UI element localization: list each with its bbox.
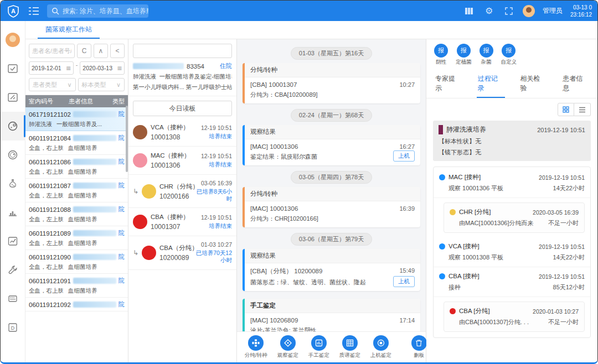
timeline-card-subculture[interactable]: 分纯/转种 [MAC] 1000130616:39 分纯为：CHR[102001… bbox=[243, 187, 420, 227]
collapse-up-button[interactable]: ∧ bbox=[94, 44, 108, 58]
tab-strip: 菌落观察工作站 bbox=[25, 21, 597, 39]
tab-related-tests[interactable]: 相关检验 bbox=[519, 71, 548, 98]
patient-row[interactable]: 060119121092院 bbox=[25, 298, 128, 311]
timeline-card-subculture[interactable]: 分纯/转种 [CBA] 1000130710:27 分纯为：CBA[102000… bbox=[243, 63, 420, 103]
observe-id-button[interactable]: 观察鉴定 bbox=[277, 335, 298, 359]
patient-code: 060119121088 bbox=[29, 206, 71, 213]
global-search-input[interactable] bbox=[47, 4, 148, 18]
patient-type-select[interactable]: 患者类型∨ bbox=[29, 78, 76, 91]
grid-view-button[interactable] bbox=[558, 103, 574, 116]
list-view-button[interactable] bbox=[574, 103, 591, 116]
collapse-menu-icon[interactable] bbox=[28, 7, 39, 15]
rail-reports[interactable] bbox=[1, 227, 25, 256]
redacted-name bbox=[133, 63, 184, 69]
patient-row[interactable]: 060119121089院 全血，左上肢血细菌培养 bbox=[25, 226, 128, 250]
record-item[interactable]: CBA [接种]2019-12-19 10:51 接种85天12小时 bbox=[434, 267, 590, 297]
record-item[interactable]: MAC [接种]2019-12-19 10:51 观察 10001306 平板1… bbox=[434, 168, 590, 198]
bar-chart-icon bbox=[7, 207, 18, 218]
plate-status: 培养结束 bbox=[201, 222, 232, 230]
specimen-label: 全血，左上肢 bbox=[29, 192, 64, 200]
record-item-nested[interactable]: CHR [分纯]2020-03-05 16:39 由MAC[10001306]分… bbox=[444, 202, 585, 233]
tab-colony-workstation[interactable]: 菌落观察工作站 bbox=[38, 22, 100, 39]
plate-color-icon bbox=[133, 125, 147, 139]
plate-item[interactable]: VCA（接种）10001308 12-19 10:51培养结束 bbox=[128, 118, 236, 147]
tab-process-record[interactable]: 过程记录 bbox=[477, 71, 505, 98]
patient-row[interactable]: 060119121087院 全血，左上肢血细菌培养 bbox=[25, 179, 128, 202]
rail-smear[interactable] bbox=[1, 83, 25, 112]
calendar-icon: ▦ bbox=[66, 65, 71, 71]
username-label: 管理员 bbox=[543, 6, 563, 15]
record-title: CBA [接种] bbox=[448, 272, 480, 280]
plate-name: VCA（接种） bbox=[151, 123, 198, 132]
subculture-button[interactable]: 分纯/转种 bbox=[245, 335, 267, 359]
report-negative-button[interactable]: 报阴性 bbox=[434, 44, 448, 66]
plate-dot-icon bbox=[450, 308, 456, 314]
record-desc: 观察 10001306 平板 bbox=[448, 184, 503, 193]
report-icon: 报 bbox=[502, 44, 515, 58]
rail-statistics[interactable] bbox=[1, 198, 25, 227]
patient-number: 83354 bbox=[187, 63, 204, 70]
badge-label: 杂菌 bbox=[481, 59, 492, 66]
specimen-color-icon bbox=[439, 125, 443, 134]
date-to-picker[interactable]: 2020-03-13▦ bbox=[80, 61, 125, 75]
record-duration: 不足一小时 bbox=[548, 219, 579, 227]
timeline-card-observation[interactable]: 观察结果 [MAC] 1000130616:27 鉴定结果：鼠疫耶尔森菌 上机 bbox=[243, 125, 420, 165]
onboard-button[interactable]: 上机 bbox=[393, 150, 415, 162]
card-type: 观察结果 bbox=[245, 125, 420, 139]
date-range-dash: - bbox=[76, 61, 78, 75]
patient-row[interactable]: 060119121086院 全血，右上肢血细菌培养 bbox=[25, 155, 128, 179]
rail-tools[interactable] bbox=[1, 256, 25, 284]
timeline-card-observation[interactable]: 观察结果 [CBA]（分纯） 1020008915:49 菌落形态：绿、皱纹、透… bbox=[243, 249, 420, 291]
rail-audit[interactable] bbox=[1, 54, 25, 83]
card-time: 16:39 bbox=[399, 205, 415, 212]
settings-gear-icon[interactable]: ⚙ bbox=[483, 5, 495, 17]
barcode-input[interactable] bbox=[133, 44, 232, 58]
scrollbar-thumb[interactable] bbox=[126, 106, 128, 172]
rail-plate-review[interactable] bbox=[1, 141, 25, 169]
columns-icon[interactable] bbox=[463, 5, 475, 17]
card-time: 17:14 bbox=[399, 317, 415, 324]
date-from-picker[interactable]: 2019-12-01▦ bbox=[29, 61, 74, 75]
plate-panel: 83354 住院 肺灌洗液 一般细菌培养及鉴定-细菌培养 第一小儿呼吸内科...… bbox=[128, 39, 237, 362]
manual-id-button[interactable]: 手工鉴定 bbox=[308, 335, 329, 359]
record-item[interactable]: VCA [接种]2019-12-19 10:51 观察 10001308 平板1… bbox=[434, 237, 590, 267]
fullscreen-icon[interactable] bbox=[503, 5, 515, 17]
plate-status: 已培养70天12小时 bbox=[191, 249, 232, 264]
onboard-button[interactable]: 上机 bbox=[393, 276, 415, 287]
patient-search-input[interactable] bbox=[29, 44, 75, 58]
rail-instrument[interactable] bbox=[1, 284, 25, 313]
specimen-type-select[interactable]: 标本类型∨ bbox=[78, 78, 125, 91]
patient-row[interactable]: 060119121088院 全血，左上肢血细菌培养 bbox=[25, 202, 128, 226]
record-duration: 14天22小时 bbox=[553, 253, 585, 262]
machine-id-button[interactable]: 上机鉴定 bbox=[370, 335, 391, 359]
plate-item[interactable]: ↳ CHR（分纯）10200166 03-05 16:39已培养8天6小时 bbox=[128, 175, 236, 208]
plate-item[interactable]: CBA（接种）10001307 12-19 10:51培养结束 bbox=[128, 208, 236, 236]
today-read-plate-button[interactable]: 今日读板 bbox=[133, 101, 232, 116]
plate-status: 培养结束 bbox=[201, 133, 232, 140]
rail-profile[interactable] bbox=[1, 25, 25, 54]
patient-row[interactable]: 061719121102院 肺灌洗液一般细菌培养及... bbox=[25, 107, 128, 131]
report-custom-button[interactable]: 报自定义 bbox=[501, 44, 517, 66]
plate-item[interactable]: MAC（接种）10001306 12-19 10:51培养结束 bbox=[128, 147, 236, 175]
refresh-button[interactable]: C bbox=[77, 44, 91, 58]
patient-row[interactable]: 060119121090院 全血，右上肢血细菌培养 bbox=[25, 250, 128, 274]
back-button[interactable]: < bbox=[110, 44, 125, 58]
record-item-nested[interactable]: CBA [分纯]2020-01-03 10:27 由CBA[10001307]分… bbox=[444, 301, 585, 332]
mass-spec-id-button[interactable]: 质谱鉴定 bbox=[339, 335, 360, 359]
user-avatar[interactable] bbox=[523, 5, 535, 17]
tab-expert-tips[interactable]: 专家提示 bbox=[434, 71, 462, 98]
rail-colony-observe[interactable] bbox=[1, 112, 25, 141]
patient-row[interactable]: 060119121084院 全血，右上肢血细菌培养 bbox=[25, 131, 128, 155]
timeline-card-manual-id[interactable]: 手工鉴定 [MAC] 1020680917:14 涂片-革兰染色: 革兰阴性 生… bbox=[243, 299, 420, 331]
plate-item[interactable]: ↳ CBA（分纯）10200089 01-03 10:27已培养70天12小时 bbox=[128, 236, 236, 269]
report-contaminant-button[interactable]: 报杂菌 bbox=[480, 44, 493, 66]
plate-color-icon bbox=[133, 215, 147, 229]
plate-number: 10200089 bbox=[159, 254, 188, 262]
tab-patient-info[interactable]: 患者信息 bbox=[561, 71, 590, 98]
plate-number: 10001308 bbox=[151, 133, 198, 141]
rail-culture-bottle[interactable] bbox=[1, 169, 25, 198]
report-colonizer-button[interactable]: 报定植菌 bbox=[456, 44, 472, 66]
rail-dictionary[interactable]: D bbox=[1, 313, 25, 342]
delete-plate-button[interactable]: 删板 bbox=[411, 335, 427, 359]
patient-row[interactable]: 060119121091院 全血，右上肢血细菌培养 bbox=[25, 274, 128, 298]
